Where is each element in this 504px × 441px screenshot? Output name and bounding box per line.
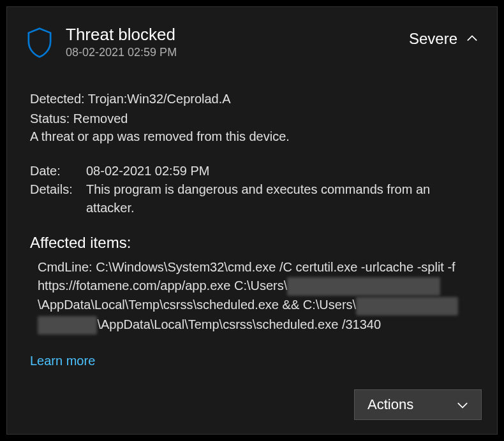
- details-value: This program is dangerous and executes c…: [86, 180, 478, 217]
- date-value: 08-02-2021 02:59 PM: [86, 162, 478, 180]
- actions-button[interactable]: Actions: [354, 389, 482, 420]
- status-label: Status:: [30, 112, 70, 126]
- affected-text-2: \AppData\Local\Temp\csrss\scheduled.exe …: [38, 298, 356, 312]
- header-timestamp: 08-02-2021 02:59 PM: [66, 46, 177, 59]
- affected-text-3: \AppData\Local\Temp\csrss\scheduled.exe …: [97, 317, 381, 331]
- date-row: Date: 08-02-2021 02:59 PM: [30, 162, 478, 180]
- panel-header: Threat blocked 08-02-2021 02:59 PM Sever…: [26, 25, 478, 59]
- affected-items-body: CmdLine: C:\Windows\System32\cmd.exe /C …: [30, 258, 478, 335]
- detected-label: Detected:: [30, 92, 85, 106]
- status-value: Removed: [73, 112, 128, 126]
- redacted-text: XXXXXXXXXXXX: [356, 297, 458, 315]
- page-title: Threat blocked: [66, 25, 177, 45]
- threat-description: A threat or app was removed from this de…: [30, 129, 478, 144]
- severity-toggle[interactable]: Severe: [409, 30, 478, 48]
- actions-label: Actions: [367, 396, 413, 413]
- header-left: Threat blocked 08-02-2021 02:59 PM: [26, 25, 177, 59]
- chevron-up-icon: [466, 33, 478, 45]
- redacted-text: XXXXXXX: [38, 316, 97, 335]
- redacted-text: XXXXXXXXXXXXXXXXXX: [287, 277, 440, 296]
- details-label: Details:: [30, 180, 86, 199]
- details-block: Date: 08-02-2021 02:59 PM Details: This …: [30, 162, 478, 217]
- detected-value: Trojan:Win32/Ceprolad.A: [88, 92, 231, 106]
- date-label: Date:: [30, 162, 86, 180]
- affected-items-title: Affected items:: [30, 234, 478, 252]
- detected-row: Detected: Trojan:Win32/Ceprolad.A: [30, 90, 478, 108]
- chevron-down-icon: [457, 396, 468, 413]
- severity-label: Severe: [409, 30, 457, 48]
- title-block: Threat blocked 08-02-2021 02:59 PM: [66, 25, 177, 59]
- learn-more-link[interactable]: Learn more: [30, 354, 95, 368]
- status-row: Status: Removed: [30, 110, 478, 128]
- details-row: Details: This program is dangerous and e…: [30, 180, 478, 217]
- shield-icon: [26, 27, 53, 58]
- actions-bar: Actions: [354, 389, 482, 420]
- panel-body: Detected: Trojan:Win32/Ceprolad.A Status…: [26, 90, 478, 368]
- threat-panel: Threat blocked 08-02-2021 02:59 PM Sever…: [6, 6, 498, 435]
